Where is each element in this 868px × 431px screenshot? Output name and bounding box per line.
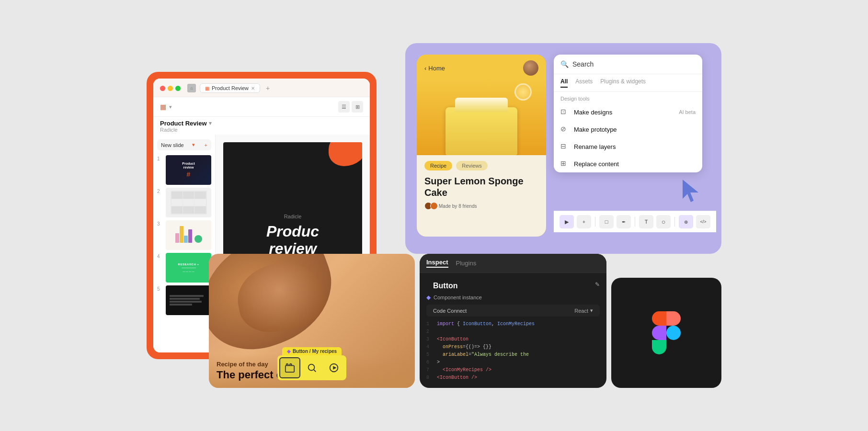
recipe-tab-reviews[interactable]: Reviews <box>456 161 488 170</box>
panel-toggle[interactable]: ☰ <box>338 101 350 113</box>
toolbar-separator <box>674 217 675 227</box>
replace-content-icon: ⊞ <box>560 159 569 168</box>
tool-item-left: ⊘ Make prototype <box>560 125 617 134</box>
inspect-card: Inspect Plugins Button ✎ ◆ Component ins… <box>420 254 606 388</box>
recipe-tab-recipe[interactable]: Recipe <box>424 161 452 170</box>
slide-number: 2 <box>157 188 163 194</box>
plugin-tab-assets[interactable]: Assets <box>575 78 593 88</box>
new-tab-button[interactable]: + <box>266 84 270 92</box>
slide-thumb-2[interactable]: 2 <box>157 188 211 217</box>
slide-preview-4[interactable]: RESEARCH + — — — — <box>166 253 211 283</box>
file-title-area: Product Review ▾ Radicle <box>153 117 370 135</box>
slide-preview-3[interactable] <box>166 220 211 250</box>
plugin-search: 🔍 Search <box>554 55 702 74</box>
tool-item-left: ⊡ Make designs <box>560 108 612 116</box>
figma-logo-icon: ▦ <box>160 103 166 111</box>
tool-name-make-designs: Make designs <box>574 109 612 116</box>
slides-toolbar: ▦ ▾ ☰ ⊞ <box>153 97 370 117</box>
text-tool[interactable]: T <box>639 215 653 228</box>
search-icon: 🔍 <box>560 60 569 68</box>
plugin-area: 🔍 Search All Assets Plugins & widgets De… <box>554 55 716 232</box>
recipe-card: Recipe of the day The perfect crois ◆ Bu… <box>209 254 415 388</box>
mobile-preview: ‹ Home Recipe Reviews <box>417 55 546 237</box>
code-connect-label: Code Connect <box>433 308 467 314</box>
code-line-4: 4 onPress={()=> {}} <box>426 343 600 351</box>
tool-item-make-prototype[interactable]: ⊘ Make prototype <box>554 121 702 138</box>
icon-button-store[interactable] <box>279 357 300 378</box>
tool-item-left: ⊞ Replace content <box>560 159 619 168</box>
slide-main-title: Producreview <box>266 223 319 257</box>
minimize-button[interactable] <box>168 86 173 91</box>
inspect-header: Inspect Plugins <box>420 254 606 273</box>
icon-button-play[interactable] <box>323 357 344 378</box>
tab-pill[interactable]: ▦ Product Review ✕ <box>200 83 260 93</box>
svg-point-2 <box>308 364 315 371</box>
make-designs-icon: ⊡ <box>560 108 569 116</box>
code-connect-row: Code Connect React ▾ <box>426 305 600 317</box>
slide-preview-2[interactable] <box>166 188 211 217</box>
add-slide-icon[interactable]: + <box>205 142 207 148</box>
code-line-7: 7 <IconMyRecipes /> <box>426 366 600 374</box>
slide-number: 1 <box>157 155 163 161</box>
slide-thumb-1[interactable]: 1 Productreview # <box>157 155 211 185</box>
slide-thumb-5[interactable]: 5 <box>157 285 211 315</box>
component-label: ◆ Button / My recipes <box>282 347 342 355</box>
cursor-arrow <box>680 177 702 205</box>
component-tool[interactable]: ⊕ <box>679 215 693 228</box>
frame-tool[interactable]: + <box>577 215 591 228</box>
icon-button-search[interactable] <box>301 357 322 378</box>
diamond-icon: ◆ <box>287 349 291 354</box>
workspace-label: Radicle <box>160 127 363 133</box>
figma-purple-segment <box>652 326 666 340</box>
slide-preview-5[interactable] <box>166 285 211 315</box>
figma-icon-card <box>611 278 721 388</box>
ellipse-tool[interactable]: ○ <box>656 215 671 228</box>
slide-number: 5 <box>157 285 163 292</box>
slide-thumb-4[interactable]: 4 RESEARCH + — — — — <box>157 253 211 283</box>
plugin-tabs: All Assets Plugins & widgets <box>554 74 702 92</box>
rectangle-tool[interactable]: □ <box>599 215 614 228</box>
mobile-header: ‹ Home <box>417 55 546 79</box>
slides-titlebar: ⌂ ▦ Product Review ✕ + <box>153 79 370 97</box>
code-line-3: 3 <IconButton <box>426 336 600 343</box>
cake-body <box>445 107 517 155</box>
svg-rect-1 <box>286 365 294 372</box>
figma-green-segment <box>652 340 666 354</box>
home-icon[interactable]: ⌂ <box>187 84 196 92</box>
plugin-tab-all[interactable]: All <box>560 78 568 88</box>
code-tool[interactable]: </> <box>696 215 710 228</box>
react-badge[interactable]: React ▾ <box>574 307 593 314</box>
toolbar-separator <box>635 217 635 227</box>
select-tool[interactable]: ▶ <box>560 215 574 228</box>
tab-plugins[interactable]: Plugins <box>456 260 477 267</box>
cake-top <box>455 98 508 112</box>
ai-badge: AI beta <box>679 109 696 115</box>
slide-thumb-3[interactable]: 3 <box>157 220 211 250</box>
close-button[interactable] <box>160 86 165 91</box>
grid-toggle[interactable]: ⊞ <box>352 101 363 113</box>
tool-item-rename-layers[interactable]: ⊟ Rename layers <box>554 138 702 155</box>
tool-item-replace-content[interactable]: ⊞ Replace content <box>554 155 702 172</box>
recipe-title: Super Lemon Sponge Cake <box>424 175 538 198</box>
chevron-left-icon: ‹ <box>424 65 426 72</box>
component-instance-icon: ◆ <box>426 294 431 301</box>
maximize-button[interactable] <box>175 86 181 91</box>
design-card: ‹ Home Recipe Reviews <box>405 43 721 254</box>
rename-layers-icon: ⊟ <box>560 142 569 151</box>
component-instance-row: ◆ Component instance <box>420 292 606 305</box>
tab-close-icon[interactable]: ✕ <box>251 86 255 91</box>
edit-icon[interactable]: ✎ <box>595 281 600 288</box>
search-text[interactable]: Search <box>572 60 594 68</box>
tab-inspect[interactable]: Inspect <box>426 259 448 268</box>
code-line-8: 8 <IconButton /> <box>426 374 600 382</box>
plugin-tab-plugins[interactable]: Plugins & widgets <box>600 78 646 88</box>
user-avatar <box>523 60 538 76</box>
blob-decoration <box>329 142 362 166</box>
pen-tool[interactable]: ✒ <box>617 215 631 228</box>
friend-avatar-2 <box>430 202 438 210</box>
new-slide-button[interactable]: New slide ▾ + <box>157 139 211 150</box>
slide-preview-1[interactable]: Productreview # <box>166 155 211 185</box>
file-title: Product Review ▾ <box>160 120 363 127</box>
tool-item-make-designs[interactable]: ⊡ Make designs AI beta <box>554 103 702 121</box>
back-button[interactable]: ‹ Home <box>424 65 445 72</box>
